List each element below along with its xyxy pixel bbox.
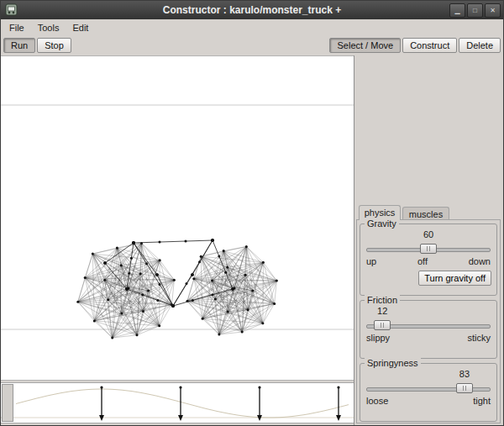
friction-value: 12 xyxy=(377,306,387,316)
gravity-slider-handle[interactable] xyxy=(420,244,437,254)
tab-muscles[interactable]: muscles xyxy=(402,207,449,220)
gravity-group: Gravity 60 up off down Turn gravity off xyxy=(360,224,497,296)
gravity-slider[interactable] xyxy=(366,243,491,255)
construction-canvas[interactable] xyxy=(1,55,354,381)
gravity-label-off: off xyxy=(417,256,428,266)
settings-panel: physics muscles Gravity 60 up off down T… xyxy=(354,55,504,426)
springyness-group: Springyness 83 loose tight xyxy=(360,363,497,422)
springyness-label-tight: tight xyxy=(473,396,491,406)
friction-scale-labels: slippy sticky xyxy=(366,333,491,343)
turn-gravity-off-button[interactable]: Turn gravity off xyxy=(418,271,491,286)
friction-slider[interactable] xyxy=(366,319,491,331)
stop-button[interactable]: Stop xyxy=(37,38,71,53)
gravity-scale-labels: up off down xyxy=(366,256,491,266)
springyness-slider-handle[interactable] xyxy=(456,383,473,393)
timeline-strip[interactable] xyxy=(1,382,354,423)
toolbar: Run Stop Select / Move Construct Delete xyxy=(1,35,503,55)
menu-item-tools[interactable]: Tools xyxy=(31,21,66,34)
simulation-drawing xyxy=(1,56,354,380)
springyness-label-loose: loose xyxy=(366,396,388,406)
friction-slider-handle[interactable] xyxy=(374,320,391,330)
close-button-icon[interactable]: ✕ xyxy=(485,3,501,18)
gravity-label-down: down xyxy=(469,256,491,266)
run-button[interactable]: Run xyxy=(3,38,35,53)
window-controls: ▁ □ ✕ xyxy=(449,3,501,18)
gravity-group-title: Gravity xyxy=(365,218,399,229)
delete-button[interactable]: Delete xyxy=(459,38,501,53)
springyness-group-title: Springyness xyxy=(365,358,421,368)
timeline-drawing xyxy=(1,383,354,423)
app-window: Constructor : karulo/monster_truck + ▁ □… xyxy=(0,0,504,426)
springyness-value: 83 xyxy=(459,369,470,379)
menubar: File Tools Edit xyxy=(1,19,503,35)
friction-group: Friction 12 slippy sticky xyxy=(360,300,497,359)
titlebar[interactable]: Constructor : karulo/monster_truck + ▁ □… xyxy=(1,1,503,19)
minimize-button-icon[interactable]: ▁ xyxy=(449,3,465,18)
friction-label-sticky: sticky xyxy=(468,333,491,343)
gravity-label-up: up xyxy=(366,256,376,266)
friction-label-slippy: slippy xyxy=(366,333,390,343)
timeline-scroll-handle[interactable] xyxy=(2,384,13,422)
springyness-slider[interactable] xyxy=(366,382,491,394)
friction-group-title: Friction xyxy=(365,295,400,305)
springyness-scale-labels: loose tight xyxy=(366,396,491,406)
maximize-button-icon[interactable]: □ xyxy=(467,3,483,18)
menu-item-file[interactable]: File xyxy=(3,21,31,34)
gravity-value: 60 xyxy=(423,229,433,239)
select-move-button[interactable]: Select / Move xyxy=(329,38,401,53)
construct-button[interactable]: Construct xyxy=(402,38,457,53)
window-title: Constructor : karulo/monster_truck + xyxy=(1,4,503,16)
menu-item-edit[interactable]: Edit xyxy=(66,21,95,34)
